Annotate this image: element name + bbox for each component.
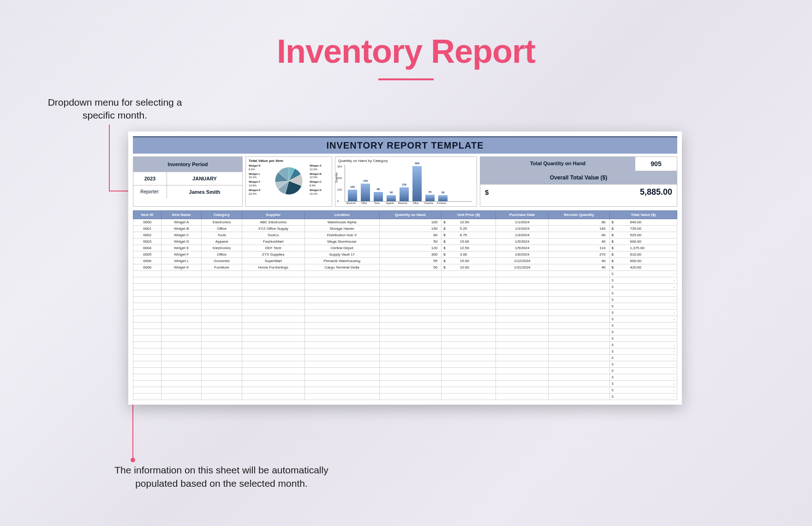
table-row[interactable]: $- (133, 335, 677, 342)
col-header: Quantity on Hand (379, 211, 442, 219)
sheet-header: INVENTORY REPORT TEMPLATE (133, 136, 677, 154)
bar-xlabels: ElectronicsOfficeToolsApparelElectronics… (338, 202, 474, 204)
col-header: Location (304, 211, 379, 219)
table-row[interactable]: $- (133, 297, 677, 303)
table-row[interactable]: $- (133, 361, 677, 368)
col-header: Reorder Quantity (549, 211, 609, 219)
table-row[interactable]: $- (133, 290, 677, 297)
inventory-period-box: Inventory Period 2023 JANUARY Reporter: … (133, 156, 243, 207)
table-row[interactable]: $- (133, 387, 677, 394)
total-value-label: Overall Total Value ($) (480, 171, 677, 184)
table-row[interactable]: 0006Widget KFurnitureHome FurnishingsCar… (133, 264, 677, 271)
col-header: Item Name (161, 211, 202, 219)
table-row[interactable]: $- (133, 271, 677, 277)
year-dropdown[interactable]: 2023 (133, 172, 167, 185)
col-header: Purchase Date (496, 211, 549, 219)
callout-dropdown: Dropdown menu for selecting a specific m… (43, 96, 186, 122)
month-dropdown[interactable]: JANUARY (167, 172, 242, 185)
page-title: Inventory Report (0, 32, 812, 70)
bar: 55 (425, 195, 435, 201)
table-row[interactable]: 0006Widget LGroceriesSuperMartPinnacle W… (133, 258, 677, 264)
table-row[interactable]: $- (133, 284, 677, 290)
bar-chart: Quantity on Hand by Category 3002001000 … (335, 156, 477, 207)
table-row[interactable]: $- (133, 277, 677, 284)
pie-chart: Total Value per Item Widget K8.6%Widget … (245, 156, 332, 207)
table-row[interactable]: 0003Widget DApparelFashionMartMega Store… (133, 239, 677, 245)
table-row[interactable]: 0004Widget EElectronicsDEF TechCentral D… (133, 245, 677, 251)
table-row[interactable]: $- (133, 368, 677, 374)
table-row[interactable]: $- (133, 316, 677, 323)
callout-autopopulate: The information on this sheet will be au… (92, 464, 351, 490)
summary-box: Total Quantity on Hand 905 Overall Total… (480, 156, 677, 207)
total-qty-label: Total Quantity on Hand (480, 157, 635, 171)
bar: 80 (374, 192, 383, 201)
bar-area: 10015080501203005550 (345, 165, 472, 202)
reporter-name: James Smith (167, 185, 242, 198)
table-row[interactable]: $- (133, 329, 677, 335)
bar-title: Quantity on Hand by Category (338, 159, 474, 163)
bar-ylabel: Quantity (335, 173, 338, 183)
reporter-label: Reporter: (133, 185, 167, 198)
bar: 50 (387, 195, 396, 201)
col-header: Supplier (242, 211, 305, 219)
bar: 100 (348, 190, 357, 201)
table-row[interactable]: 0001Widget BOfficeXYZ Office SupplyStora… (133, 226, 677, 232)
table-row[interactable]: $- (133, 355, 677, 361)
pie-title: Total Value per Item (249, 159, 329, 163)
table-row[interactable]: $- (133, 342, 677, 348)
bar: 120 (400, 187, 409, 201)
col-header: Item ID (133, 211, 161, 219)
table-row[interactable]: $- (133, 374, 677, 381)
arrow-line (109, 125, 110, 191)
bar: 150 (361, 184, 370, 201)
dollar-sign: $ (485, 188, 489, 196)
table-row[interactable]: 0002Widget CToolsToolCoDistribution Hub … (133, 232, 677, 239)
pie-legend-right: Widget A14.3%Widget B12.5%Widget C8.9%Wi… (310, 164, 329, 197)
bar: 50 (438, 195, 448, 201)
col-header: Category (202, 211, 242, 219)
total-value: 5,885.00 (489, 187, 672, 197)
table-row[interactable]: $- (133, 303, 677, 310)
table-row[interactable]: $- (133, 394, 677, 400)
title-underline (378, 78, 434, 80)
pie-svg (266, 163, 311, 199)
pie-legend-left: Widget K8.6%Widget L10.2%Widget F13.8%Wi… (249, 164, 267, 197)
table-row[interactable]: $- (133, 323, 677, 329)
table-row[interactable]: $- (133, 310, 677, 316)
period-label: Inventory Period (133, 157, 242, 172)
table-row[interactable]: 0000Widget AElectronicsABC ElectronicsWa… (133, 219, 677, 226)
bar-yticks: 3002001000 (337, 165, 342, 203)
col-header: Unit Price ($) (442, 211, 496, 219)
total-qty-value: 905 (635, 157, 677, 171)
table-header-row: Item IDItem NameCategorySupplierLocation… (133, 211, 677, 219)
spreadsheet-card: INVENTORY REPORT TEMPLATE Inventory Peri… (128, 132, 682, 405)
table-body: 0000Widget AElectronicsABC ElectronicsWa… (133, 219, 677, 400)
col-header: Total Value ($) (609, 211, 677, 219)
bar: 300 (412, 166, 422, 201)
table-row[interactable]: $- (133, 381, 677, 387)
table-row[interactable]: $- (133, 348, 677, 355)
table-row[interactable]: 0005Widget FOfficeZYX SuppliesSupply Vau… (133, 251, 677, 258)
inventory-table: Item IDItem NameCategorySupplierLocation… (133, 210, 677, 400)
